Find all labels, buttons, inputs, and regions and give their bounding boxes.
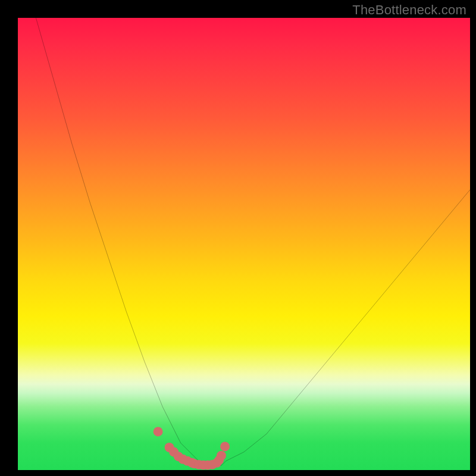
- curve-markers: [154, 427, 230, 469]
- curve-marker-dot: [217, 451, 226, 461]
- watermark-text: TheBottleneck.com: [352, 2, 466, 18]
- curve-marker-dot: [220, 442, 230, 452]
- bottleneck-curve-line: [36, 18, 470, 465]
- chart-frame: [18, 18, 470, 470]
- bottleneck-curve-svg: [18, 18, 470, 470]
- curve-marker-dot: [154, 427, 163, 436]
